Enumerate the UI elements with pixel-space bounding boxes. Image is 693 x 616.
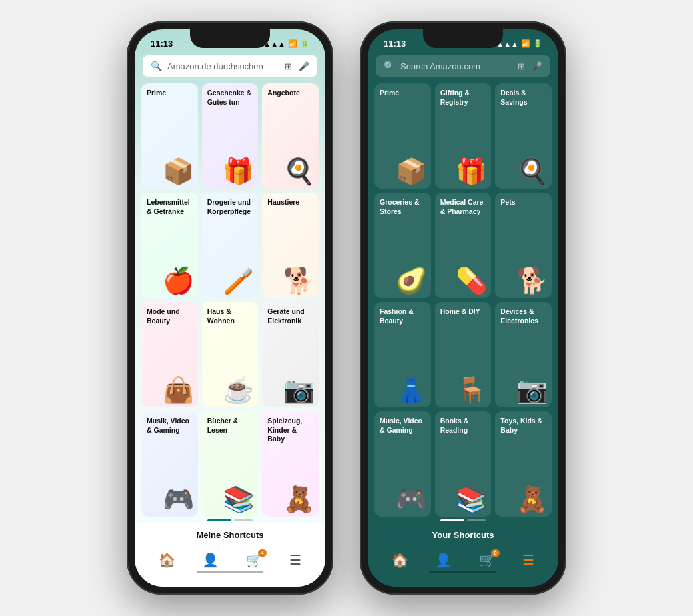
category-card-home[interactable]: Home & DIY🪑: [435, 302, 492, 407]
category-card-music[interactable]: Music, Video & Gaming🎮: [374, 411, 431, 517]
category-image-prime: 📦: [147, 101, 193, 183]
category-card-haustiere[interactable]: Haustiere🐕: [262, 193, 319, 298]
category-image-groceries: 🥑: [380, 219, 426, 293]
camera-icon-right[interactable]: ⊞: [518, 61, 525, 71]
bottom-nav-left: 🏠 👤 🛒 4 ☰: [135, 547, 325, 587]
phone-right: 11:13 ▲▲▲ 📶 🔋 🔍 Search Amazon.com ⊞ 🎤 Pr…: [360, 21, 566, 595]
category-image-drogerie: 🪥: [207, 219, 253, 293]
home-indicator-right: [430, 571, 496, 573]
category-label-devices: Devices & Electronics: [500, 307, 546, 325]
category-image-haus: ☕: [207, 328, 253, 402]
category-image-home: 🪑: [440, 319, 486, 402]
category-label-groceries: Groceries & Stores: [380, 198, 426, 216]
category-card-musik[interactable]: Musik, Video & Gaming🎮: [141, 411, 198, 517]
category-label-gifting: Gifting & Registry: [440, 89, 486, 107]
category-card-buecher[interactable]: Bücher & Lesen📚: [202, 411, 259, 517]
cart-badge-right: 0: [491, 549, 499, 557]
category-image-buecher: 📚: [207, 437, 253, 511]
camera-icon-left[interactable]: ⊞: [285, 61, 292, 71]
category-card-fashion[interactable]: Fashion & Beauty👗: [374, 302, 431, 407]
nav-menu-right[interactable]: ☰: [522, 552, 534, 568]
category-card-haus[interactable]: Haus & Wohnen☕: [202, 302, 259, 407]
nav-home-right[interactable]: 🏠: [392, 552, 408, 568]
shortcuts-right: Your Shortcuts: [368, 523, 558, 547]
category-card-drogerie[interactable]: Drogerie und Körperpflege🪥: [202, 193, 259, 298]
scroll-dot-1: [207, 519, 231, 521]
category-card-books[interactable]: Books & Reading📚: [435, 411, 492, 517]
category-image-medical: 💊: [440, 219, 486, 293]
time-left: 11:13: [151, 39, 173, 49]
category-emoji-devices: 📷: [516, 375, 548, 405]
category-image-deals: 🍳: [500, 109, 546, 183]
search-bar-left[interactable]: 🔍 Amazon.de durchsuchen ⊞ 🎤: [143, 55, 317, 77]
battery-icon-right: 🔋: [533, 39, 542, 48]
category-card-prime[interactable]: Prime📦: [374, 83, 431, 189]
category-card-deals[interactable]: Deals & Savings🍳: [495, 83, 552, 189]
mic-icon-right[interactable]: 🎤: [532, 61, 542, 71]
category-emoji-groceries: 🥑: [396, 266, 427, 295]
search-placeholder-left: Amazon.de durchsuchen: [167, 61, 279, 71]
category-image-lebensmittel: 🍎: [147, 219, 193, 293]
category-label-books: Books & Reading: [440, 417, 486, 435]
nav-home-left[interactable]: 🏠: [159, 552, 175, 568]
category-card-prime[interactable]: Prime📦: [141, 83, 198, 189]
mic-icon-left[interactable]: 🎤: [299, 61, 309, 71]
search-placeholder-right: Search Amazon.com: [400, 61, 512, 71]
shortcuts-left: Meine Shortcuts: [135, 523, 325, 547]
notch-right: [423, 29, 503, 48]
cart-badge-left: 4: [258, 549, 266, 557]
nav-cart-left[interactable]: 🛒 4: [246, 552, 263, 568]
nav-account-right[interactable]: 👤: [435, 552, 452, 568]
nav-account-left[interactable]: 👤: [202, 552, 219, 568]
category-card-mode[interactable]: Mode und Beauty👜: [141, 302, 198, 407]
category-label-prime: Prime: [147, 89, 193, 98]
category-image-mode: 👜: [147, 328, 193, 402]
category-image-pets: 🐕: [500, 210, 546, 293]
category-image-books: 📚: [440, 437, 486, 511]
category-card-lebensmittel[interactable]: Lebensmittel & Getränke🍎: [141, 193, 198, 298]
category-label-spielzeug: Spielzeug, Kinder & Baby: [267, 417, 313, 444]
category-card-angebote[interactable]: Angebote🍳: [262, 83, 319, 189]
category-label-haus: Haus & Wohnen: [207, 307, 253, 325]
nav-cart-right[interactable]: 🛒 0: [479, 552, 496, 568]
category-card-medical[interactable]: Medical Care & Pharmacy💊: [435, 193, 492, 298]
category-image-haustiere: 🐕: [267, 210, 313, 293]
category-emoji-music: 🎮: [396, 485, 427, 514]
category-card-geschenke[interactable]: Geschenke & Gutes tun🎁: [202, 83, 259, 189]
category-label-musik: Musik, Video & Gaming: [147, 417, 193, 435]
category-label-prime: Prime: [380, 89, 426, 98]
category-emoji-buecher: 📚: [223, 485, 254, 514]
search-icon-left: 🔍: [151, 61, 162, 71]
category-emoji-haus: ☕: [223, 375, 254, 405]
status-icons-right: ▲▲▲ 📶 🔋: [496, 39, 542, 48]
category-emoji-spielzeug: 🧸: [283, 485, 315, 514]
category-grid-right: Prime📦Gifting & Registry🎁Deals & Savings…: [368, 83, 558, 517]
category-emoji-medical: 💊: [456, 266, 487, 295]
category-label-buecher: Bücher & Lesen: [207, 417, 253, 435]
nav-menu-left[interactable]: ☰: [289, 552, 301, 568]
phone-left: 11:13 ▲▲▲ 📶 🔋 🔍 Amazon.de durchsuchen ⊞ …: [127, 21, 333, 595]
category-emoji-drogerie: 🪥: [223, 266, 254, 295]
category-emoji-geschenke: 🎁: [223, 157, 254, 186]
category-label-toys: Toys, Kids & Baby: [500, 417, 546, 435]
category-image-gifting: 🎁: [440, 109, 486, 183]
category-emoji-home: 🪑: [456, 375, 487, 405]
category-label-haustiere: Haustiere: [267, 198, 313, 207]
scroll-indicator-left: [135, 517, 325, 523]
category-image-devices: 📷: [500, 328, 546, 402]
search-bar-right[interactable]: 🔍 Search Amazon.com ⊞ 🎤: [376, 55, 550, 77]
category-emoji-angebote: 🍳: [283, 157, 315, 186]
category-card-devices[interactable]: Devices & Electronics📷: [495, 302, 552, 407]
category-card-geraete[interactable]: Geräte und Elektronik📷: [262, 302, 319, 407]
category-card-toys[interactable]: Toys, Kids & Baby🧸: [495, 411, 552, 517]
category-card-pets[interactable]: Pets🐕: [495, 193, 552, 298]
shortcuts-title-right: Your Shortcuts: [376, 530, 550, 540]
home-indicator-left: [197, 571, 263, 573]
category-emoji-toys: 🧸: [516, 485, 548, 514]
category-card-gifting[interactable]: Gifting & Registry🎁: [435, 83, 492, 189]
category-card-groceries[interactable]: Groceries & Stores🥑: [374, 193, 431, 298]
category-label-geraete: Geräte und Elektronik: [267, 307, 313, 325]
category-card-spielzeug[interactable]: Spielzeug, Kinder & Baby🧸: [262, 411, 319, 517]
notch-left: [190, 29, 270, 48]
category-label-music: Music, Video & Gaming: [380, 417, 426, 435]
